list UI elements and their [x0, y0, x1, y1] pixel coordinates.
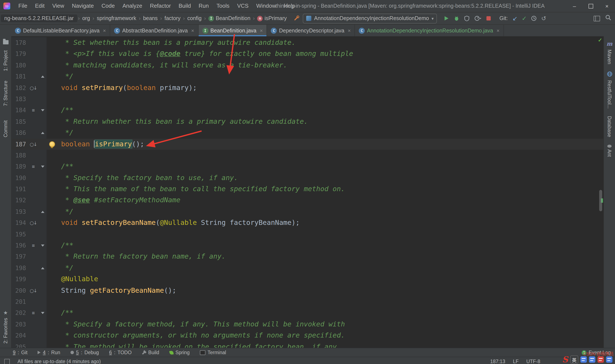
breadcrumb-item[interactable]: springframework — [95, 15, 138, 22]
git-update-button[interactable]: ↙ — [512, 15, 517, 22]
code-line[interactable]: 181 */ — [12, 71, 603, 82]
doc-render-toggle-icon[interactable] — [32, 104, 35, 117]
toolwindow-button-commit[interactable]: Commit — [3, 120, 8, 137]
menu-item-edit[interactable]: Edit — [31, 0, 49, 12]
fold-start-icon[interactable] — [41, 244, 44, 247]
menu-item-code[interactable]: Code — [98, 0, 119, 12]
profiler-button[interactable] — [474, 15, 482, 21]
implemented-marker-icon[interactable] — [30, 285, 37, 297]
git-commit-button[interactable]: ✓ — [522, 15, 527, 22]
menu-item-refactor[interactable]: Refactor — [146, 0, 175, 12]
code-line[interactable]: 187boolean isPrimary(); — [12, 139, 603, 150]
search-everywhere-button[interactable] — [605, 14, 612, 22]
doc-render-toggle-icon[interactable] — [32, 161, 35, 173]
project-folder-icon[interactable] — [3, 40, 8, 44]
code-line[interactable]: 200String getFactoryBeanName(); — [12, 285, 603, 296]
code-line[interactable]: 178 * Set whether this bean is a primary… — [12, 37, 603, 48]
fold-end-icon[interactable] — [41, 211, 44, 213]
code-line[interactable]: 201 — [12, 296, 603, 307]
implemented-marker-icon[interactable] — [30, 217, 37, 229]
code-line[interactable]: 205 * The method will be invoked on the … — [12, 341, 603, 348]
globe-icon[interactable] — [607, 71, 612, 78]
code-line[interactable]: 185 * Return whether this bean is a prim… — [12, 116, 603, 127]
run-configuration-select[interactable]: AnnotationDependencyInjectionResolutionD… — [303, 13, 437, 23]
tab-close-icon[interactable]: × — [496, 27, 499, 34]
tab-close-icon[interactable]: × — [260, 27, 263, 34]
ime-settings-icon[interactable] — [606, 356, 613, 363]
code-line[interactable]: 188 — [12, 150, 603, 161]
ime-keyboard-icon[interactable] — [589, 356, 595, 363]
toolwindow-button-spring[interactable]: Spring — [169, 350, 190, 355]
scrollbar-thumb[interactable] — [599, 190, 602, 211]
doc-render-toggle-icon[interactable] — [32, 307, 35, 319]
fold-end-icon[interactable] — [41, 76, 44, 78]
toolwindow-button-ant[interactable]: Ant — [607, 150, 612, 157]
tab-close-icon[interactable]: × — [103, 27, 106, 34]
ime-skin-icon[interactable] — [598, 356, 604, 363]
menu-item-tools[interactable]: Tools — [213, 0, 233, 12]
menu-item-vcs[interactable]: VCS — [233, 0, 252, 12]
debug-button[interactable] — [454, 15, 460, 21]
code-line[interactable]: 180 * matching candidates, it will serve… — [12, 60, 603, 71]
toolwindow-button-favorites[interactable]: 2: Favorites — [3, 318, 8, 343]
code-line[interactable]: 183 — [12, 93, 603, 105]
maven-icon[interactable]: m — [606, 40, 613, 47]
toolwindow-button-todo[interactable]: 6TODO — [109, 350, 132, 355]
code-line[interactable]: 186 */ — [12, 127, 603, 139]
toolwindow-button-structure[interactable]: 7: Structure — [3, 80, 8, 106]
fold-end-icon[interactable] — [41, 132, 44, 134]
menu-item-run[interactable]: Run — [195, 0, 213, 12]
breadcrumb-item[interactable]: config — [186, 15, 203, 22]
stop-button[interactable] — [486, 16, 491, 21]
code-line[interactable]: 184/** — [12, 105, 603, 116]
code-line[interactable]: 191 * This the name of the bean to call … — [12, 183, 603, 195]
breadcrumb-item[interactable]: org — [80, 15, 92, 22]
toolwindow-button-project[interactable]: 1: Project — [3, 50, 8, 71]
code-line[interactable]: 189/** — [12, 161, 603, 172]
code-line[interactable]: 198 */ — [12, 262, 603, 274]
code-line[interactable]: 199@Nullable — [12, 273, 603, 285]
breadcrumb-item[interactable]: beans — [141, 15, 159, 22]
menu-item-file[interactable]: File — [14, 0, 31, 12]
fold-start-icon[interactable] — [41, 109, 44, 111]
toolwindow-button-terminal[interactable]: Terminal — [200, 350, 226, 355]
code-line[interactable]: 203 * Specify a factory method, if any. … — [12, 319, 603, 330]
code-line[interactable]: 202/** — [12, 307, 603, 319]
git-history-button[interactable] — [531, 15, 537, 21]
code-line[interactable]: 194void setFactoryBeanName(@Nullable Str… — [12, 217, 603, 229]
implemented-marker-icon[interactable] — [30, 138, 37, 150]
ime-language-badge[interactable]: 英 — [570, 355, 578, 364]
breadcrumb-item[interactable]: misPrimary — [256, 15, 289, 22]
code-line[interactable]: 193 */ — [12, 206, 603, 217]
fold-start-icon[interactable] — [41, 166, 44, 168]
minimize-button[interactable]: – — [566, 0, 583, 12]
tab-close-icon[interactable]: × — [191, 27, 194, 34]
code-editor[interactable]: 178 * Set whether this bean is a primary… — [12, 36, 603, 348]
editor-scrollbar[interactable] — [598, 44, 603, 348]
breadcrumb-item[interactable]: IBeanDefinition — [207, 15, 252, 22]
fold-start-icon[interactable] — [41, 312, 44, 314]
breadcrumb-item[interactable]: factory — [163, 15, 182, 22]
menu-item-view[interactable]: View — [49, 0, 68, 12]
ime-menu-icon[interactable] — [580, 356, 587, 363]
toolwindow-button-debug[interactable]: 5Debug — [70, 350, 99, 355]
coverage-button[interactable] — [464, 15, 470, 21]
git-rollback-button[interactable]: ↺ — [541, 15, 546, 22]
toolwindow-button-maven[interactable]: Maven — [607, 50, 612, 64]
menu-item-navigate[interactable]: Navigate — [68, 0, 98, 12]
menu-item-build[interactable]: Build — [175, 0, 195, 12]
toolwindow-button-database[interactable]: Database — [607, 116, 612, 137]
intention-bulb-icon[interactable] — [49, 141, 55, 147]
editor-tab[interactable]: CDependencyDescriptor.java× — [267, 25, 355, 36]
menu-item-analyze[interactable]: Analyze — [119, 0, 146, 12]
code-line[interactable]: 195 — [12, 229, 603, 240]
doc-render-toggle-icon[interactable] — [32, 239, 35, 252]
code-line[interactable]: 190 * Specify the factory bean to use, i… — [12, 172, 603, 183]
toolwindow-button-build[interactable]: Build — [142, 350, 159, 355]
toolwindow-button-restfultool[interactable]: RestfulTool... — [607, 80, 612, 108]
toolwindow-button-run[interactable]: 4Run — [38, 350, 60, 355]
code-line[interactable]: 204 * constructor arguments, or with no … — [12, 330, 603, 341]
wrench-icon[interactable] — [294, 15, 300, 21]
close-button[interactable]: × — [599, 0, 615, 12]
toolwindow-button-git[interactable]: 9Git — [13, 350, 27, 355]
